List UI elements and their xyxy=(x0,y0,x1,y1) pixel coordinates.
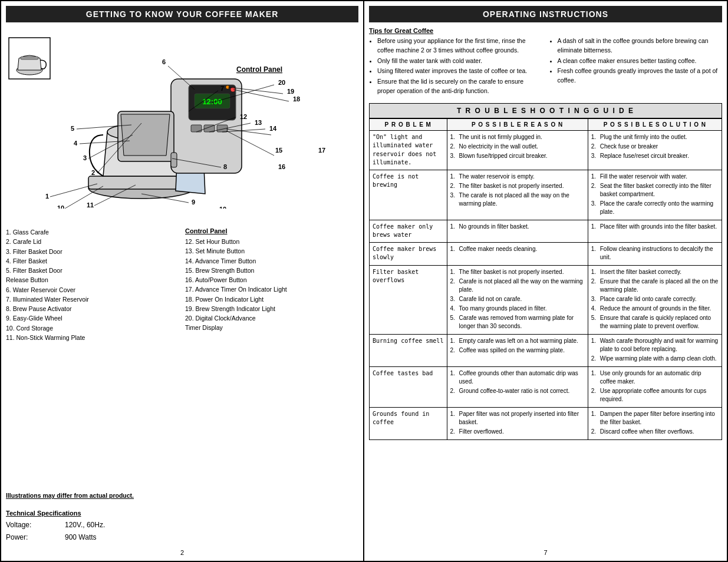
item-number: 1. xyxy=(450,369,457,386)
item-text: Fill the water reservoir with water. xyxy=(600,173,687,181)
item-number: 4. xyxy=(591,305,598,313)
part-item: Release Button xyxy=(6,275,179,285)
svg-text:9: 9 xyxy=(192,199,195,206)
tips-col-1: Tips for Great Coffee Before using your … xyxy=(369,27,542,97)
solution-item: 3.Replace fuse/reset circuit breaker. xyxy=(591,152,719,160)
solution-cell: 1.Wash carafe thoroughly and wait for wa… xyxy=(588,334,722,366)
reason-item: 2.Ground coffee-to-water ratio is not co… xyxy=(450,387,585,395)
reason-item: 4.Too many grounds placed in filter. xyxy=(450,305,585,313)
item-text: The water reservoir is empty. xyxy=(459,173,535,181)
item-text: Replace fuse/reset circuit breaker. xyxy=(600,152,689,160)
solution-item: 1.Fill the water reservoir with water. xyxy=(591,173,719,181)
table-row: Coffee maker brews slowly1.Coffee maker … xyxy=(370,242,722,265)
item-number: 1. xyxy=(450,410,457,427)
item-number: 1. xyxy=(591,133,598,141)
tips-item: Only fill the water tank with cold water… xyxy=(377,57,542,66)
spec-label: Voltage: xyxy=(6,519,47,531)
part-item: 2. Carafe Lid xyxy=(6,237,179,246)
reason-item: 1.Coffee maker needs cleaning. xyxy=(450,245,585,253)
item-text: Reduce the amount of grounds in the filt… xyxy=(600,305,711,313)
solution-cell: 1.Fill the water reservoir with water.2.… xyxy=(588,170,722,220)
part-item: 8. Brew Pause Activator xyxy=(6,304,179,313)
solution-item: 2.Ensure that the carafe is placed all t… xyxy=(591,277,719,294)
reason-item: 1.Paper filter was not properly inserted… xyxy=(450,410,585,427)
item-number: 5. xyxy=(591,314,598,330)
left-title: GETTING TO KNOW YOUR COFFEE MAKER xyxy=(6,6,358,22)
reason-item: 3.Blown fuse/tripped circuit breaker. xyxy=(450,152,585,160)
problem-cell: Coffee maker brews slowly xyxy=(370,242,447,265)
item-text: Wipe warming plate with a damp clean clo… xyxy=(600,355,717,363)
problem-cell: Coffee tastes bad xyxy=(370,366,447,407)
troubleshoot-tbody: "On" light and illuminated water reservo… xyxy=(370,130,722,439)
item-text: Wash carafe thoroughly and wait for warm… xyxy=(600,337,719,353)
problem-cell: Burning coffee smell xyxy=(370,334,447,366)
right-title: OPERATING INSTRUCTIONS xyxy=(369,6,722,22)
item-text: Coffee was spilled on the warming plate. xyxy=(459,346,565,355)
solution-item: 2.Seat the filter basket correctly into … xyxy=(591,182,719,199)
item-text: The carafe is not placed all the way on … xyxy=(459,191,585,208)
item-number: 1. xyxy=(450,337,457,345)
solution-item: 1.Insert the filter basket correctly. xyxy=(591,268,719,276)
svg-text:6: 6 xyxy=(162,58,166,65)
item-text: Use only grounds for an automatic drip c… xyxy=(600,369,719,386)
reason-item: 2.No electricity in the wall outlet. xyxy=(450,143,585,151)
item-number: 3. xyxy=(450,295,457,303)
reason-item: 1.Coffee grounds other than automatic dr… xyxy=(450,369,585,386)
item-number: 1. xyxy=(591,223,598,231)
item-number: 2. xyxy=(591,277,598,294)
right-panel: OPERATING INSTRUCTIONS Tips for Great Co… xyxy=(364,0,728,562)
item-text: Coffee maker needs cleaning. xyxy=(459,245,538,253)
part-item: 3. Filter Basket Door xyxy=(6,247,179,256)
tips-item: A clean coffee maker ensures better tast… xyxy=(558,57,723,66)
svg-text:1: 1 xyxy=(45,193,49,200)
item-number: 2. xyxy=(450,143,457,151)
item-number: 1. xyxy=(450,245,457,253)
tips-title: Tips for Great Coffee xyxy=(369,27,542,34)
svg-text:Control Panel: Control Panel xyxy=(236,65,282,74)
svg-text:10: 10 xyxy=(57,204,64,209)
solution-cell: 1.Insert the filter basket correctly.2.E… xyxy=(588,265,722,334)
table-row: Coffee maker only brews water1.No ground… xyxy=(370,220,722,242)
item-text: Carafe is not placed all the way on the … xyxy=(459,277,585,294)
control-panel-sublabel: Control Panel xyxy=(185,227,358,234)
part-item: 14. Advance Timer Button xyxy=(185,256,358,266)
item-number: 1. xyxy=(591,337,598,353)
col-header-reason: P O S S I B L E R E A S O N xyxy=(447,118,588,130)
item-number: 4. xyxy=(450,305,457,313)
solution-item: 1.Use only grounds for an automatic drip… xyxy=(591,369,719,386)
part-item: 11. Non-Stick Warming Plate xyxy=(6,333,179,342)
item-number: 1. xyxy=(591,245,598,262)
svg-text:13: 13 xyxy=(255,119,262,126)
item-number: 3. xyxy=(591,200,598,216)
part-item: 4. Filter Basket xyxy=(6,256,179,266)
solution-cell: 1.Follow cleaning instructions to decalc… xyxy=(588,242,722,265)
svg-text:14: 14 xyxy=(269,125,277,132)
part-item: Timer Display xyxy=(185,323,358,332)
svg-text:2: 2 xyxy=(91,169,95,176)
item-text: Place filter with grounds into the filte… xyxy=(600,223,717,231)
reason-cell: 1.Coffee grounds other than automatic dr… xyxy=(447,366,588,407)
item-number: 2. xyxy=(591,387,598,404)
part-item: 18. Power On Indicator Light xyxy=(185,295,358,304)
reason-item: 2.Filter overflowed. xyxy=(450,428,585,436)
item-number: 2. xyxy=(450,387,457,395)
svg-text:17: 17 xyxy=(318,147,325,154)
troubleshoot-title: T R O U B L E S H O O T I N G G U I D E xyxy=(369,103,722,118)
item-text: Filter overflowed. xyxy=(459,428,504,436)
tips-item: Using filtered water improves the taste … xyxy=(377,67,542,76)
solution-item: 5.Ensure that carafe is quickly replaced… xyxy=(591,314,719,330)
item-text: Plug the unit firmly into the outlet. xyxy=(600,133,687,141)
reason-item: 1.No grounds in filter basket. xyxy=(450,223,585,231)
col-header-solution: P O S S I B L E S O L U T I O N xyxy=(588,118,722,130)
svg-rect-17 xyxy=(171,153,177,167)
item-text: Ensure that carafe is quickly replaced o… xyxy=(600,314,719,330)
item-text: Place carafe lid onto carafe correctly. xyxy=(600,295,697,303)
table-row: Coffee is not brewing1.The water reservo… xyxy=(370,170,722,220)
item-number: 1. xyxy=(450,223,457,231)
item-text: Blown fuse/tripped circuit breaker. xyxy=(459,152,548,160)
spec-label: Power: xyxy=(6,531,47,543)
reason-item: 1.The water reservoir is empty. xyxy=(450,173,585,181)
part-item: 5. Filter Basket Door xyxy=(6,266,179,275)
item-text: The filter basket is not properly insert… xyxy=(459,268,564,276)
part-item: 10. Cord Storage xyxy=(6,323,179,333)
